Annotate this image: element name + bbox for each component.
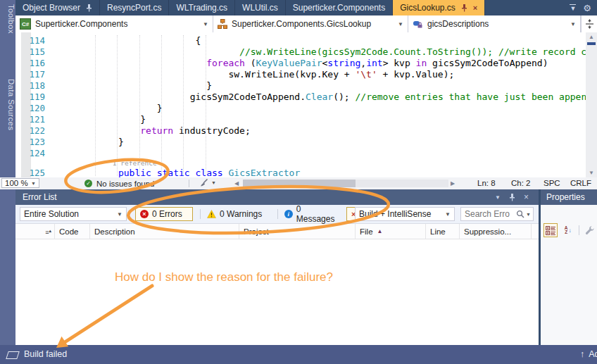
zoom-dropdown[interactable]: 100 % ▼ xyxy=(1,178,39,188)
add-to-source-control-button[interactable]: ↑ Add xyxy=(580,349,597,359)
scope-dropdown[interactable]: Entire Solution ▼ xyxy=(20,207,127,221)
close-icon[interactable]: × xyxy=(473,4,477,12)
editor-horizontal-scrollbar[interactable] xyxy=(243,180,448,187)
type-dropdown[interactable]: Superticker.Components.GicsLookup ▼ xyxy=(213,15,408,32)
panel-title: Error List xyxy=(23,192,57,202)
source-filter-dropdown[interactable]: Build + IntelliSense ▼ xyxy=(355,207,455,221)
pin-icon[interactable] xyxy=(461,4,467,12)
error-list-titlebar[interactable]: Error List ▼ × xyxy=(15,189,539,205)
sidebar-item-toolbox[interactable]: Toolbox xyxy=(0,4,15,54)
build-status-text: Build failed xyxy=(24,349,67,359)
chevron-down-icon: ▼ xyxy=(113,211,122,218)
sidebar-item-data-sources[interactable]: Data Sources xyxy=(0,79,15,149)
arrow-up-icon: ↑ xyxy=(580,349,584,359)
line-indicator[interactable]: Ln: 8 xyxy=(477,179,496,187)
tab-list-icon[interactable]: ▼ xyxy=(570,4,576,12)
split-editor-icon xyxy=(585,19,594,29)
window-menu-icon[interactable]: ▼ xyxy=(495,194,501,201)
build-status-icon xyxy=(6,351,20,359)
error-list-panel: Error List ▼ × Entire Solution ▼ × 0 Err… xyxy=(15,189,539,345)
panel-controls: ▼ × xyxy=(495,192,532,202)
project-dropdown[interactable]: C# Superticker.Components ▼ xyxy=(15,15,213,32)
csharp-project-icon: C# xyxy=(20,18,31,30)
info-icon: i xyxy=(284,210,293,218)
member-dropdown[interactable]: gicsDescriptions ▼ xyxy=(408,15,581,32)
column-suppression[interactable]: Suppressio... xyxy=(460,224,532,239)
column-code[interactable]: Code xyxy=(55,224,90,239)
column-severity[interactable]: ≡▴ xyxy=(15,224,55,239)
categorized-icon xyxy=(546,226,556,235)
gear-icon[interactable]: ⚙ xyxy=(583,4,591,13)
split-editor-button[interactable] xyxy=(581,15,597,32)
space-mode-indicator[interactable]: SPC xyxy=(543,179,560,187)
scroll-position-marker xyxy=(587,42,596,45)
column-project[interactable]: Project xyxy=(239,224,356,239)
scrollbar-thumb[interactable] xyxy=(243,180,356,187)
tab-gicslookup-active[interactable]: GicsLookup.cs × xyxy=(393,0,485,15)
tab-wltrading[interactable]: WLTrading.cs xyxy=(169,0,235,15)
separator xyxy=(200,209,201,219)
properties-panel: Properties AZ ↓ xyxy=(541,189,597,345)
chevron-down-icon: ▼ xyxy=(392,21,403,27)
close-icon[interactable]: × xyxy=(524,192,529,202)
panel-title: Properties xyxy=(546,192,585,202)
chevron-down-icon: ▼ xyxy=(441,211,451,218)
scroll-down-icon[interactable]: ▼ xyxy=(586,170,597,176)
properties-titlebar[interactable]: Properties xyxy=(541,189,597,205)
code-area[interactable]: 114 {115 //sw.WriteLine(gicsSym2Code.Cou… xyxy=(15,35,586,177)
scroll-up-icon[interactable]: ▲ xyxy=(586,34,597,40)
chevron-down-icon[interactable]: ▼ xyxy=(526,212,531,217)
private-field-icon xyxy=(413,19,423,29)
tab-resyncport[interactable]: ResyncPort.cs xyxy=(100,0,169,15)
errors-toggle-button[interactable]: × 0 Errors xyxy=(135,207,193,221)
search-input[interactable] xyxy=(461,209,510,219)
severity-sort-icon: ≡▴ xyxy=(45,227,51,236)
az-sort-icon: AZ xyxy=(565,226,568,234)
health-indicator[interactable]: ✓ No issues found xyxy=(84,177,154,189)
warning-icon xyxy=(207,210,216,218)
separator xyxy=(579,225,579,235)
vs-ide-window: Toolbox Data Sources Object Browser Resy… xyxy=(0,0,597,364)
error-list-header: ≡▴ Code Description Project File ▲ Line … xyxy=(15,224,539,239)
chevron-down-icon: ▼ xyxy=(565,21,576,27)
error-list-body[interactable] xyxy=(15,239,539,360)
document-tabbar: Object Browser ResyncPort.cs WLTrading.c… xyxy=(15,0,597,15)
wrench-icon xyxy=(585,225,595,235)
scroll-left-icon[interactable]: ◀ xyxy=(234,180,239,187)
chevron-down-icon: ▼ xyxy=(197,21,208,27)
search-error-box[interactable]: ▼ xyxy=(460,207,534,221)
messages-toggle-button[interactable]: i 0 Messages xyxy=(280,207,345,221)
search-icon[interactable] xyxy=(516,210,524,218)
alphabetical-sort-button[interactable]: AZ ↓ xyxy=(560,223,574,237)
separator xyxy=(277,209,278,219)
search-controls: ▼ xyxy=(516,210,533,218)
navigation-bar: C# Superticker.Components ▼ Superticker.… xyxy=(15,15,597,33)
properties-toolbar: AZ ↓ xyxy=(541,222,597,239)
scroll-right-icon[interactable]: ▶ xyxy=(451,180,455,187)
editor-vertical-scrollbar[interactable]: ▲ ▼ xyxy=(586,32,597,177)
chevron-down-icon: ▼ xyxy=(31,181,36,186)
column-line[interactable]: Line xyxy=(426,224,460,239)
line-ending-indicator[interactable]: CRLF xyxy=(570,179,591,187)
warnings-toggle-button[interactable]: 0 Warnings xyxy=(203,207,270,221)
check-circle-icon: ✓ xyxy=(84,180,92,187)
tabbar-controls: ▼ ⚙ xyxy=(570,0,597,15)
class-icon xyxy=(218,19,227,29)
chevron-down-icon: ▼ xyxy=(211,180,216,185)
tab-superticker-components[interactable]: Superticker.Components xyxy=(286,0,393,15)
column-file[interactable]: File ▲ xyxy=(356,224,426,239)
column-indicator[interactable]: Ch: 2 xyxy=(511,179,531,187)
code-editor[interactable]: 114 {115 //sw.WriteLine(gicsSym2Code.Cou… xyxy=(15,32,597,177)
tab-object-browser[interactable]: Object Browser xyxy=(15,0,100,15)
tab-wlutil[interactable]: WLUtil.cs xyxy=(235,0,286,15)
pin-icon[interactable] xyxy=(509,194,515,201)
column-filler xyxy=(532,224,539,239)
pin-icon[interactable] xyxy=(86,4,92,12)
column-description[interactable]: Description xyxy=(90,224,239,239)
code-cleanup-button[interactable]: ▼ xyxy=(199,178,216,187)
autohide-sidebar-lower xyxy=(0,189,15,345)
error-list-toolbar: Entire Solution ▼ × 0 Errors 0 Warnings … xyxy=(15,205,539,224)
property-pages-button[interactable] xyxy=(583,223,597,237)
editor-bottom-bar: 100 % ▼ ✓ No issues found ▼ ◀ ▶ Ln: 8 Ch… xyxy=(0,177,597,189)
categorized-button[interactable] xyxy=(543,223,558,237)
